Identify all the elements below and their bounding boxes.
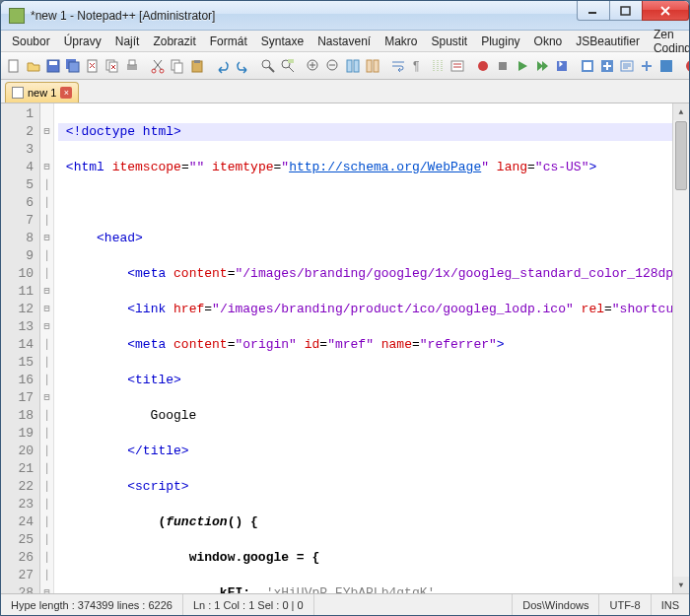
svg-rect-31 (557, 61, 567, 71)
lineno: 16 (1, 372, 34, 389)
svg-rect-17 (194, 60, 200, 63)
fold-gutter: ⊟ ⊟│││ ⊟││ ⊟ ⊟ ⊟│││ ⊟││││││││││ ⊟││ (40, 103, 54, 593)
cut-icon[interactable] (149, 55, 167, 77)
menu-nastaveni[interactable]: Nastavení (310, 33, 378, 50)
menu-spustit[interactable]: Spustit (425, 33, 475, 50)
fold-box-icon[interactable]: ⊟ (40, 123, 53, 141)
plugin4-icon[interactable] (638, 55, 656, 77)
status-mode[interactable]: INS (652, 594, 689, 615)
invisible-chars-icon[interactable]: ¶ (409, 55, 427, 77)
menu-makro[interactable]: Makro (378, 33, 424, 50)
menu-format[interactable]: Formát (203, 33, 254, 50)
scroll-down-icon[interactable]: ▼ (673, 577, 689, 593)
lineno: 4 (1, 159, 34, 176)
macro-stop-icon[interactable] (494, 55, 512, 77)
menu-najit[interactable]: Najít (108, 33, 147, 50)
status-encoding[interactable]: UTF-8 (599, 594, 651, 615)
plugin1-icon[interactable] (579, 55, 596, 77)
lineno: 6 (1, 194, 34, 212)
close-tab-icon[interactable]: × (60, 87, 72, 99)
save-all-icon[interactable] (64, 55, 82, 77)
indent-guide-icon[interactable] (429, 55, 447, 77)
toolbar: ¶ (1, 52, 689, 80)
lineno: 11 (1, 283, 34, 301)
sync-v-icon[interactable] (344, 55, 362, 77)
open-file-icon[interactable] (25, 55, 42, 77)
fold-box-icon[interactable]: ⊟ (40, 389, 53, 407)
fold-box-icon[interactable]: ⊟ (40, 283, 53, 301)
status-spacer (314, 594, 514, 615)
zoom-out-icon[interactable] (324, 55, 342, 77)
menu-pluginy[interactable]: Pluginy (474, 33, 526, 50)
app-icon (9, 8, 25, 24)
lineno: 9 (1, 247, 34, 265)
svg-rect-36 (660, 60, 672, 72)
file-modified-icon (12, 87, 24, 99)
plugin3-icon[interactable] (618, 55, 636, 77)
svg-point-18 (262, 60, 270, 68)
menu-jsbeautifier[interactable]: JSBeautifier (569, 33, 647, 50)
lineno: 14 (1, 336, 34, 354)
lineno: 22 (1, 478, 34, 496)
lineno: 26 (1, 549, 34, 567)
fold-box-icon[interactable]: ⊟ (40, 159, 53, 176)
close-all-icon[interactable] (104, 55, 121, 77)
status-position: Ln : 1 Col : 1 Sel : 0 | 0 (183, 594, 314, 615)
close-file-icon[interactable] (84, 55, 102, 77)
save-icon[interactable] (44, 55, 62, 77)
fold-box-icon[interactable]: ⊟ (40, 230, 53, 247)
code-editor[interactable]: 1 2 3 4 5 6 7 8 9 10 11 12 13 14 15 16 1… (1, 103, 689, 593)
menu-soubor[interactable]: Soubor (5, 33, 57, 50)
fold-box-icon[interactable]: ⊟ (40, 318, 53, 336)
scroll-up-icon[interactable]: ▲ (673, 103, 689, 120)
macro-play-icon[interactable] (514, 55, 531, 77)
lineno: 28 (1, 584, 34, 593)
titlebar[interactable]: *new 1 - Notepad++ [Administrator] (1, 1, 689, 31)
plugin6-icon[interactable] (683, 55, 690, 77)
scrollbar-thumb[interactable] (675, 121, 687, 190)
paste-icon[interactable] (188, 55, 206, 77)
lineno: 17 (1, 389, 34, 407)
find-icon[interactable] (259, 55, 277, 77)
macro-rec-icon[interactable] (474, 55, 492, 77)
copy-icon[interactable] (169, 55, 186, 77)
lineno: 18 (1, 407, 34, 425)
redo-icon[interactable] (234, 55, 251, 77)
tabbar: new 1 × (1, 80, 689, 103)
print-icon[interactable] (123, 55, 141, 77)
undo-icon[interactable] (214, 55, 232, 77)
code-area[interactable]: <!doctype html> <html itemscope="" itemt… (54, 103, 689, 593)
svg-rect-2 (9, 60, 18, 72)
svg-rect-1 (621, 7, 630, 15)
replace-icon[interactable] (279, 55, 297, 77)
close-button[interactable] (642, 1, 689, 21)
menu-zobrazit[interactable]: Zobrazit (146, 33, 202, 50)
lineno: 20 (1, 443, 34, 460)
vertical-scrollbar[interactable]: ▲ ▼ (672, 103, 689, 593)
macro-save-icon[interactable] (553, 55, 571, 77)
wordwrap-icon[interactable] (389, 55, 407, 77)
maximize-button[interactable] (609, 1, 643, 21)
menu-upravy[interactable]: Úpravy (57, 33, 108, 50)
minimize-button[interactable] (577, 1, 610, 21)
fold-box-icon[interactable]: ⊟ (40, 584, 53, 593)
lineno: 5 (1, 176, 34, 194)
sync-h-icon[interactable] (364, 55, 381, 77)
plugin5-icon[interactable] (657, 55, 675, 77)
lineno: 12 (1, 301, 34, 318)
new-file-icon[interactable] (5, 55, 23, 77)
svg-rect-6 (69, 62, 79, 72)
svg-rect-33 (584, 62, 591, 70)
file-tab[interactable]: new 1 × (5, 82, 79, 103)
zoom-in-icon[interactable] (305, 55, 322, 77)
plugin2-icon[interactable] (598, 55, 616, 77)
svg-rect-4 (49, 61, 57, 65)
svg-rect-26 (374, 60, 379, 72)
macro-multi-icon[interactable] (533, 55, 551, 77)
status-eol[interactable]: Dos\Windows (513, 594, 599, 615)
fold-box-icon[interactable]: ⊟ (40, 301, 53, 318)
lang-icon[interactable] (448, 55, 466, 77)
menu-okno[interactable]: Okno (527, 33, 570, 50)
lineno: 27 (1, 567, 34, 584)
menu-syntaxe[interactable]: Syntaxe (254, 33, 310, 50)
